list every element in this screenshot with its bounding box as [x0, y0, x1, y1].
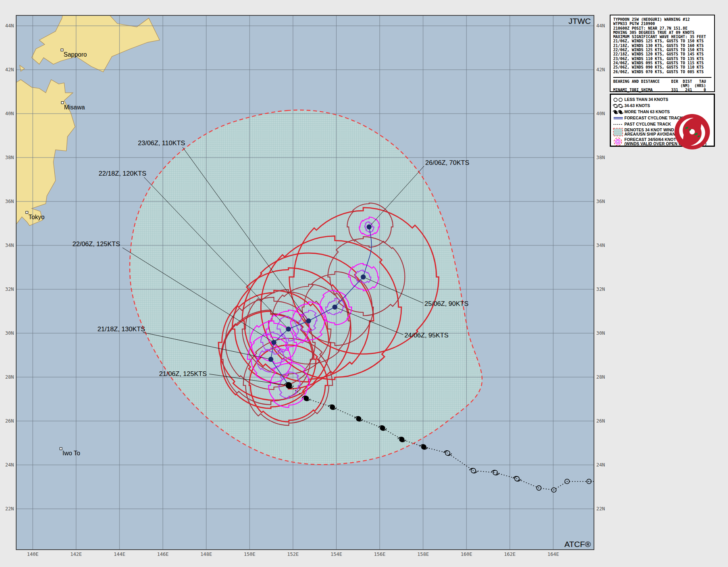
danger-area-icon: [613, 127, 624, 137]
lat-tick-label-left: 42N: [5, 67, 14, 72]
forecast-annotation-label: 26/06Z, 70KTS: [425, 159, 469, 166]
lat-tick-label-left: 44N: [5, 23, 14, 29]
forecast-point-dot: [268, 357, 273, 362]
lat-tick-label-right: 44N: [596, 23, 605, 29]
lat-tick-label-left: 30N: [5, 330, 14, 336]
warning-text-box: TYPHOON 25W (NEOGURI) WARNING #12 WTPN33…: [610, 15, 715, 92]
city-marker: [26, 211, 28, 214]
lon-tick-label: 162E: [504, 551, 516, 557]
city-label: Sapporo: [64, 51, 87, 58]
forecast-annotation-label: 22/06Z, 125KTS: [72, 240, 120, 248]
lon-tick-label: 142E: [70, 551, 82, 557]
lt34-symbol-icon: [613, 97, 624, 102]
lat-tick-label-left: 38N: [5, 154, 14, 160]
legend-item: 34-63 KNOTS: [613, 103, 712, 109]
lon-tick-label: 158E: [417, 551, 429, 557]
lat-tick-label-left: 32N: [5, 286, 14, 292]
lat-tick-label-left: 28N: [5, 374, 14, 380]
gt63-symbol-icon: [613, 109, 624, 115]
lat-tick-label-left: 22N: [5, 506, 14, 512]
forecast-annotation-label: 22/18Z, 120KTS: [99, 170, 146, 177]
city-label: Tokyo: [29, 214, 45, 220]
past-track-icon: [613, 121, 624, 127]
lat-tick-label-right: 26N: [596, 418, 605, 424]
lat-tick-label-right: 34N: [596, 242, 605, 248]
lat-tick-label-right: 38N: [596, 154, 605, 160]
lat-tick-label-left: 24N: [5, 462, 14, 468]
lat-tick-label-right: 22N: [596, 506, 605, 512]
forecast-point-dot: [367, 225, 372, 230]
divider: [613, 77, 711, 78]
forecast-point-dot: [332, 305, 337, 310]
legend-item: LESS THAN 34 KNOTS: [613, 97, 712, 102]
legend-item-label: LESS THAN 34 KNOTS: [624, 97, 668, 102]
forecast-point-dot: [272, 340, 277, 345]
past-track-icon: [613, 121, 624, 127]
forecast-track-icon: [613, 115, 624, 121]
lon-tick-label: 144E: [114, 551, 125, 557]
jtwc-seal-logo: [671, 111, 713, 153]
city-marker: [60, 448, 62, 450]
bearing-distance-text: BEARING AND DISTANCE DIR DIST TAU (NM) (…: [613, 79, 711, 92]
city-marker: [61, 102, 64, 104]
city-marker: [61, 49, 63, 51]
lat-tick-label-right: 40N: [596, 111, 605, 116]
lat-tick-label-left: 26N: [5, 418, 14, 424]
lon-tick-label: 152E: [287, 551, 299, 557]
lat-tick-label-right: 28N: [596, 374, 605, 380]
forecast-point-dot: [361, 275, 366, 280]
lon-tick-label: 148E: [200, 551, 212, 557]
jtwc-label: JTWC: [569, 17, 591, 25]
lon-tick-label: 150E: [244, 551, 255, 557]
forecast-annotation-label: 21/18Z, 130KTS: [97, 325, 145, 333]
warning-text: TYPHOON 25W (NEOGURI) WARNING #12 WTPN33…: [613, 17, 711, 74]
lon-tick-label: 156E: [374, 551, 386, 557]
city-label: Misawa: [64, 104, 85, 111]
gt63-symbol-icon: [613, 109, 624, 115]
legend-box: LESS THAN 34 KNOTS34-63 KNOTSMORE THAN 6…: [610, 94, 715, 147]
wind-radii-icon: [613, 137, 624, 146]
forecast-annotation-label: 21/06Z, 125KTS: [159, 370, 207, 377]
34-63-symbol-icon: [613, 103, 624, 109]
city-label: Iwo To: [62, 450, 80, 456]
34-63-symbol-icon: [613, 103, 624, 109]
lat-tick-label-left: 40N: [5, 111, 14, 116]
jtwc-warning-graphic: SapporoMisawaTokyoIwo To23/06Z, 110KTS22…: [0, 0, 728, 567]
forecast-point-dot: [306, 319, 311, 324]
lat-tick-label-right: 42N: [596, 67, 605, 72]
legend-item-label: 34-63 KNOTS: [624, 104, 650, 108]
forecast-annotation-label: 25/06Z, 90KTS: [424, 300, 468, 307]
lat-tick-label-right: 24N: [596, 462, 605, 468]
lat-tick-label-left: 36N: [5, 198, 14, 204]
lat-tick-label-right: 36N: [596, 198, 605, 204]
forecast-point-dot: [286, 327, 291, 332]
lon-tick-label: 160E: [461, 551, 472, 557]
lon-tick-label: 140E: [27, 551, 39, 557]
forecast-annotation-label: 24/06Z, 95KTS: [404, 332, 448, 339]
forecast-track-icon: [613, 115, 624, 121]
legend-item-label: PAST CYCLONE TRACK: [624, 122, 671, 126]
forecast-annotation-label: 23/06Z, 110KTS: [138, 139, 185, 147]
lat-tick-label-right: 30N: [596, 330, 605, 336]
lon-tick-label: 146E: [157, 551, 169, 557]
lat-tick-label-left: 34N: [5, 242, 14, 248]
lon-tick-label: 164E: [547, 551, 559, 557]
lt34-symbol-icon: [613, 97, 624, 102]
lat-tick-label-right: 32N: [596, 286, 605, 292]
atcf-label: ATCF®: [564, 540, 591, 549]
legend-item-label: MORE THAN 63 KNOTS: [624, 110, 670, 114]
danger-area-icon: [613, 127, 624, 137]
lon-tick-label: 154E: [330, 551, 342, 557]
wind-radii-icon: [613, 137, 624, 146]
